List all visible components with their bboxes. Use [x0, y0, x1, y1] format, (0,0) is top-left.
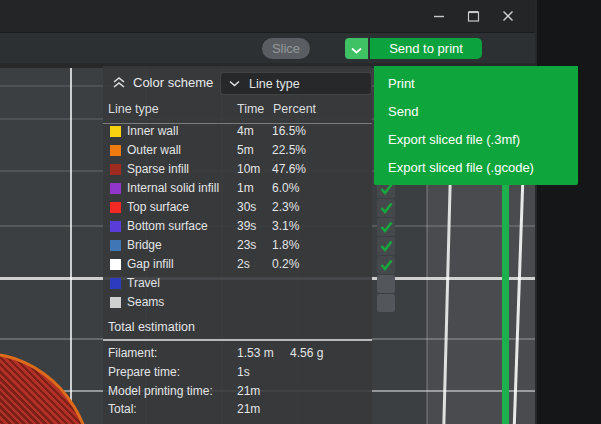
line-type-row: Internal solid infill1m6.0% [103, 179, 372, 198]
line-type-swatch [110, 240, 121, 251]
total-row-value: 1.53 m [237, 346, 274, 360]
collapse-panel-icon[interactable] [111, 75, 127, 89]
column-header-percent: Percent [273, 102, 316, 116]
line-type-row: Inner wall4m16.5% [103, 122, 372, 141]
line-type-swatch [110, 183, 121, 194]
slice-button[interactable]: Slice [262, 38, 310, 59]
menu-item[interactable]: Export sliced file (.gcode) [374, 154, 578, 182]
checkmark-icon [379, 201, 394, 215]
line-type-time: 39s [237, 217, 256, 236]
panel-title: Color scheme [133, 75, 213, 90]
line-type-row: Outer wall5m22.5% [103, 141, 372, 160]
line-type-name: Bridge [127, 236, 162, 255]
line-type-time: 2s [237, 255, 250, 274]
total-row-label: Prepare time: [108, 365, 180, 379]
maximize-icon [466, 9, 481, 23]
line-type-time: 4m [237, 122, 254, 141]
line-type-row: Bottom surface39s3.1% [103, 217, 372, 236]
line-type-name: Bottom surface [127, 217, 208, 236]
chevron-down-icon [351, 40, 362, 58]
minimize-button[interactable] [430, 7, 448, 25]
menu-item[interactable]: Send [374, 98, 578, 126]
line-type-visibility-checkbox[interactable] [377, 294, 395, 312]
line-type-name: Seams [127, 293, 164, 312]
menu-item[interactable]: Export sliced file (.3mf) [374, 126, 578, 154]
view-type-select[interactable]: Line type [220, 72, 372, 95]
line-type-row: Top surface30s2.3% [103, 198, 372, 217]
total-row-label: Filament: [108, 346, 157, 360]
line-type-name: Inner wall [127, 122, 178, 141]
line-type-swatch [110, 164, 121, 175]
line-type-row: Gap infill2s0.2% [103, 255, 372, 274]
column-header-line-type: Line type [108, 102, 159, 116]
line-type-visibility-checkbox[interactable] [377, 256, 395, 274]
total-row-label: Model printing time: [108, 384, 213, 398]
menu-item[interactable]: Print [374, 70, 578, 98]
line-type-swatch [110, 297, 121, 308]
sliced-model-disc[interactable] [0, 352, 94, 424]
line-type-percent: 22.5% [272, 141, 306, 160]
checkmark-icon [379, 258, 394, 272]
line-type-swatch [110, 145, 121, 156]
line-type-swatch [110, 126, 121, 137]
line-type-row: Travel [103, 274, 372, 293]
line-type-swatch [110, 278, 121, 289]
checkmark-icon [379, 239, 394, 253]
total-row-value2: 4.56 g [290, 346, 323, 360]
minimize-icon [432, 9, 446, 23]
total-row-value: 21m [237, 384, 260, 398]
title-bar [0, 0, 535, 33]
line-type-name: Outer wall [127, 141, 181, 160]
line-type-percent: 16.5% [272, 122, 306, 141]
line-type-name: Gap infill [127, 255, 174, 274]
total-estimation-row: Model printing time:21m [103, 384, 372, 399]
line-type-visibility-checkbox[interactable] [377, 237, 395, 255]
line-type-time: 30s [237, 198, 256, 217]
line-type-swatch [110, 259, 121, 270]
line-type-row: Sparse infill10m47.6% [103, 160, 372, 179]
line-type-swatch [110, 202, 121, 213]
separator [103, 339, 372, 341]
maximize-button[interactable] [464, 7, 482, 25]
slicer-app-window: Color scheme Line type Line type Time Pe… [0, 0, 601, 424]
total-estimation-row: Prepare time:1s [103, 365, 372, 380]
right-side-strip [535, 0, 601, 424]
line-type-row: Seams [103, 293, 372, 312]
total-estimation-row: Filament:1.53 m4.56 g [103, 346, 372, 361]
line-type-name: Sparse infill [127, 160, 189, 179]
color-scheme-panel: Color scheme Line type Line type Time Pe… [103, 66, 372, 424]
line-type-time: 10m [237, 160, 260, 179]
column-header-time: Time [237, 102, 264, 116]
close-button[interactable] [499, 7, 517, 25]
checkmark-icon [379, 220, 394, 234]
send-to-print-button[interactable]: Send to print [370, 38, 482, 59]
line-type-percent: 6.0% [272, 179, 299, 198]
send-to-print-menu: PrintSendExport sliced file (.3mf)Export… [374, 66, 578, 185]
line-type-percent: 1.8% [272, 236, 299, 255]
line-type-visibility-checkbox[interactable] [377, 218, 395, 236]
line-type-time: 1m [237, 179, 254, 198]
line-type-swatch [110, 221, 121, 232]
total-row-value: 21m [237, 402, 260, 416]
line-type-name: Internal solid infill [127, 179, 219, 198]
line-type-time: 5m [237, 141, 254, 160]
close-icon [501, 9, 515, 23]
line-type-name: Top surface [127, 198, 189, 217]
total-estimation-title: Total estimation [108, 320, 195, 334]
view-type-value: Line type [249, 77, 300, 91]
line-type-percent: 2.3% [272, 198, 299, 217]
chevron-down-icon [229, 80, 240, 87]
line-type-name: Travel [127, 274, 160, 293]
line-type-percent: 47.6% [272, 160, 306, 179]
total-estimation-row: Total:21m [103, 402, 372, 417]
total-row-value: 1s [237, 365, 250, 379]
line-type-time: 23s [237, 236, 256, 255]
line-type-visibility-checkbox[interactable] [377, 199, 395, 217]
send-dropdown-arrow-button[interactable] [345, 38, 368, 59]
total-row-label: Total: [108, 402, 137, 416]
line-type-percent: 0.2% [272, 255, 299, 274]
toolbar: Slice Send to print [0, 32, 535, 63]
line-type-visibility-checkbox[interactable] [377, 275, 395, 293]
line-type-row: Bridge23s1.8% [103, 236, 372, 255]
line-type-percent: 3.1% [272, 217, 299, 236]
